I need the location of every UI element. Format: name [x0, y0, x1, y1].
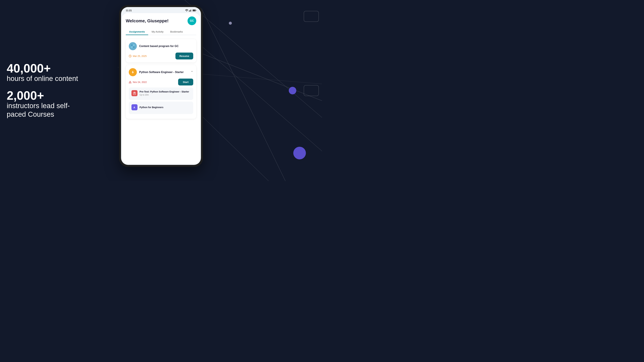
decorative-circle-small — [229, 22, 232, 25]
status-bar: 11:21 — [121, 7, 201, 13]
card-1-title: Content based program for GC — [139, 45, 193, 48]
card-2-footer: Nov 24, 2022 Start — [129, 78, 193, 86]
battery-icon — [192, 10, 196, 12]
scroll-area: Welcome, Giuseppe! GC Assignments My Act… — [122, 13, 200, 126]
assignment-card-1: Content based program for GC Mar 25 — [126, 39, 196, 62]
stat1-number: 40,000+ — [7, 62, 87, 74]
sub-items-container: Pre-Test: Python Software Engineer - Sta… — [129, 88, 193, 114]
card-1-due-date: Mar 25, 2025 — [129, 55, 147, 58]
card-2-due-date: Nov 24, 2022 — [129, 81, 147, 84]
sub-item-1-title: Pre-Test: Python Software Engineer - Sta… — [140, 90, 189, 93]
svg-rect-12 — [196, 10, 196, 11]
app-content: Welcome, Giuseppe! GC Assignments My Act… — [122, 13, 200, 164]
app-header: Welcome, Giuseppe! GC — [126, 16, 196, 25]
wifi-icon — [185, 9, 188, 12]
sub-item-1: Pre-Test: Python Software Engineer - Sta… — [129, 88, 193, 100]
chevron-up-icon[interactable]: ⌃ — [191, 70, 193, 74]
assignment-card-2: Python Software Engineer - Starter ⌃ — [126, 65, 196, 119]
resume-button[interactable]: Resume — [176, 52, 193, 60]
decorative-card-bottom — [304, 85, 319, 96]
svg-line-4 — [202, 8, 286, 181]
sub-item-2: A Python for Beginners — [129, 102, 193, 114]
card-2-header: Python Software Engineer - Starter ⌃ — [129, 68, 193, 76]
card-1-header: Content based program for GC — [129, 42, 193, 50]
svg-point-13 — [131, 44, 133, 46]
a-icon-svg: A — [133, 106, 136, 109]
svg-point-15 — [131, 46, 133, 48]
status-time: 11:21 — [126, 9, 132, 12]
clock-icon — [129, 55, 132, 58]
card-1-date: Mar 25, 2025 — [133, 55, 147, 58]
phone-frame: 11:21 — [119, 5, 203, 167]
left-marketing-section: 40,000+ hours of online content 2,000+ i… — [7, 62, 87, 118]
phone-mockup: 11:21 — [119, 5, 203, 167]
svg-line-1 — [185, 0, 322, 118]
decorative-card-top — [304, 11, 319, 22]
svg-point-16 — [133, 46, 135, 48]
decorative-circle-medium — [289, 87, 296, 94]
sub-item-1-meta: Up to 20m — [140, 94, 189, 96]
svg-rect-11 — [193, 10, 195, 11]
svg-rect-9 — [192, 9, 192, 12]
svg-marker-20 — [132, 70, 134, 74]
blue-dots-icon — [130, 44, 136, 49]
signal-icon — [189, 9, 192, 12]
tab-bar: Assignments My Activity Bookmarks — [126, 28, 196, 35]
clipboard-icon — [132, 90, 138, 96]
svg-point-14 — [133, 44, 135, 46]
start-button[interactable]: Start — [178, 78, 193, 86]
python-icon — [130, 70, 135, 74]
avatar[interactable]: GC — [188, 16, 196, 25]
tab-bookmarks[interactable]: Bookmarks — [167, 28, 186, 35]
svg-line-19 — [130, 56, 130, 56]
avatar-initials: GC — [190, 19, 194, 22]
card-2-title: Python Software Engineer - Starter — [139, 71, 188, 74]
decorative-circle-large — [293, 147, 306, 159]
sub-item-1-header: Pre-Test: Python Software Engineer - Sta… — [132, 90, 190, 96]
card-2-date: Nov 24, 2022 — [133, 81, 147, 84]
sub-item-1-content: Pre-Test: Python Software Engineer - Sta… — [140, 90, 189, 96]
welcome-text: Welcome, Giuseppe! — [126, 18, 168, 24]
sub-item-2-header: A Python for Beginners — [132, 104, 190, 110]
python-beginners-icon: A — [132, 104, 138, 110]
clipboard-svg — [133, 92, 136, 95]
tab-assignments[interactable]: Assignments — [126, 28, 148, 35]
svg-point-23 — [130, 83, 130, 83]
card-1-footer: Mar 25, 2025 Resume — [129, 52, 193, 60]
svg-text:A: A — [134, 106, 135, 109]
card-2-icon — [129, 68, 137, 76]
status-icons — [185, 9, 196, 12]
svg-rect-7 — [190, 10, 190, 12]
sub-item-2-content: Python for Beginners — [140, 106, 163, 109]
sub-item-2-title: Python for Beginners — [140, 106, 163, 109]
tab-my-activity[interactable]: My Activity — [148, 28, 167, 35]
stat2-number: 2,000+ — [7, 90, 87, 102]
svg-rect-6 — [189, 10, 189, 12]
stat1-description: hours of online content — [7, 74, 87, 83]
warning-icon — [129, 81, 132, 84]
card-1-icon — [129, 42, 137, 50]
stat2-description: instructors lead self-paced Courses — [7, 102, 87, 119]
phone-screen: 11:21 — [121, 7, 201, 165]
svg-rect-8 — [190, 10, 191, 12]
